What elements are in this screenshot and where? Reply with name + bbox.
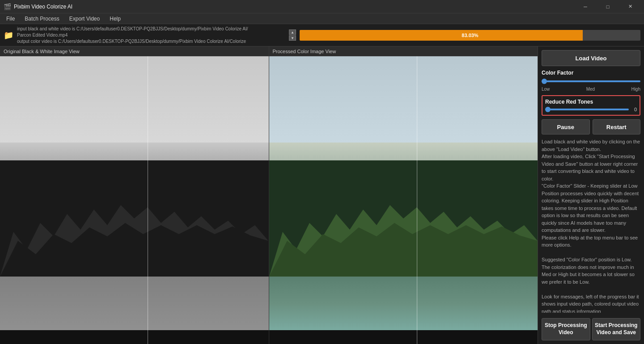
file-info-line3: output color video is C:/Users/defaultus… xyxy=(17,38,285,45)
scroll-up-button[interactable]: ▲ xyxy=(289,29,296,35)
app-icon: 🎬 xyxy=(4,3,11,10)
main-content: Original Black & White Image View Proces… xyxy=(0,46,644,344)
reduce-red-section: Reduce Red Tones 0 xyxy=(542,95,640,116)
menu-file[interactable]: File xyxy=(2,15,19,23)
bottom-buttons: Stop ProcessingVideo Start ProcessingVid… xyxy=(542,318,640,340)
menu-batch-process[interactable]: Batch Process xyxy=(20,15,64,23)
color-image xyxy=(269,56,538,344)
bw-view-header: Original Black & White Image View xyxy=(0,46,269,56)
bw-scan-line xyxy=(148,56,148,344)
load-video-button[interactable]: Load Video xyxy=(542,50,640,66)
pause-button[interactable]: Pause xyxy=(542,119,590,134)
scroll-down-button[interactable]: ▼ xyxy=(289,35,296,41)
color-water xyxy=(269,277,538,330)
start-processing-button[interactable]: Start ProcessingVideo and Save xyxy=(592,318,641,340)
progress-bar-fill xyxy=(300,30,583,41)
progress-area: 📁 input black and white video is C:/User… xyxy=(0,24,644,46)
color-view-header: Processed Color Image View xyxy=(269,46,538,56)
progress-bar-container: 83.03% xyxy=(300,30,640,41)
menu-help[interactable]: Help xyxy=(105,15,125,23)
color-factor-slider[interactable] xyxy=(542,80,640,82)
restart-button[interactable]: Restart xyxy=(593,119,641,134)
color-horizon xyxy=(269,143,538,160)
bw-image xyxy=(0,56,269,344)
color-factor-label: Color Factor xyxy=(542,70,640,76)
video-panel: Original Black & White Image View Proces… xyxy=(0,46,538,344)
minimize-button[interactable]: ─ xyxy=(575,0,596,13)
color-video-view xyxy=(269,56,538,344)
progress-text: 83.03% xyxy=(462,33,478,38)
video-headers: Original Black & White Image View Proces… xyxy=(0,46,538,56)
color-trees-svg xyxy=(269,160,538,277)
reduce-red-slider-row: 0 xyxy=(545,107,637,112)
reduce-red-label: Reduce Red Tones xyxy=(545,99,637,105)
window-controls: ─ □ ✕ xyxy=(575,0,640,13)
bw-trees-container xyxy=(0,160,269,277)
maximize-button[interactable]: □ xyxy=(597,0,618,13)
menu-export-video[interactable]: Export Video xyxy=(65,15,105,23)
title-text: Pixbim Video Colorize AI xyxy=(14,4,72,10)
color-sky xyxy=(269,56,538,143)
stop-processing-button[interactable]: Stop ProcessingVideo xyxy=(542,318,590,340)
close-button[interactable]: ✕ xyxy=(620,0,640,13)
folder-icon: 📁 xyxy=(4,30,13,40)
bw-sky xyxy=(0,56,269,143)
title-bar-left: 🎬 Pixbim Video Colorize AI xyxy=(4,3,72,10)
scroll-buttons[interactable]: ▲ ▼ xyxy=(289,29,296,41)
sidebar: Load Video Color Factor Low Med High Red… xyxy=(538,46,644,344)
file-info-line2: Parcon Edited Video.mp4 xyxy=(17,32,285,38)
color-trees-container xyxy=(269,160,538,277)
video-views xyxy=(0,56,538,344)
reduce-red-slider[interactable] xyxy=(545,109,629,110)
bw-trees-svg xyxy=(0,160,269,277)
instructions-text: Load black and white video by clicking o… xyxy=(542,138,640,313)
bw-horizon xyxy=(0,143,269,160)
slider-label-med: Med xyxy=(586,87,595,92)
file-info: input black and white video is C:/Users/… xyxy=(17,26,285,45)
slider-label-low: Low xyxy=(542,87,550,92)
color-factor-section: Color Factor Low Med High xyxy=(542,70,640,92)
file-info-line1: input black and white video is C:/Users/… xyxy=(17,26,285,32)
color-scan-line xyxy=(417,56,417,344)
title-bar: 🎬 Pixbim Video Colorize AI ─ □ ✕ xyxy=(0,0,644,13)
pause-restart-row: Pause Restart xyxy=(542,119,640,134)
bw-video-view xyxy=(0,56,269,344)
reduce-red-value: 0 xyxy=(631,107,637,112)
bw-water xyxy=(0,277,269,330)
menu-bar: File Batch Process Export Video Help xyxy=(0,13,644,24)
slider-label-high: High xyxy=(631,87,640,92)
color-factor-slider-container xyxy=(542,77,640,86)
bw-middle xyxy=(0,143,269,160)
color-horizon-fill xyxy=(269,143,538,160)
slider-labels: Low Med High xyxy=(542,87,640,92)
